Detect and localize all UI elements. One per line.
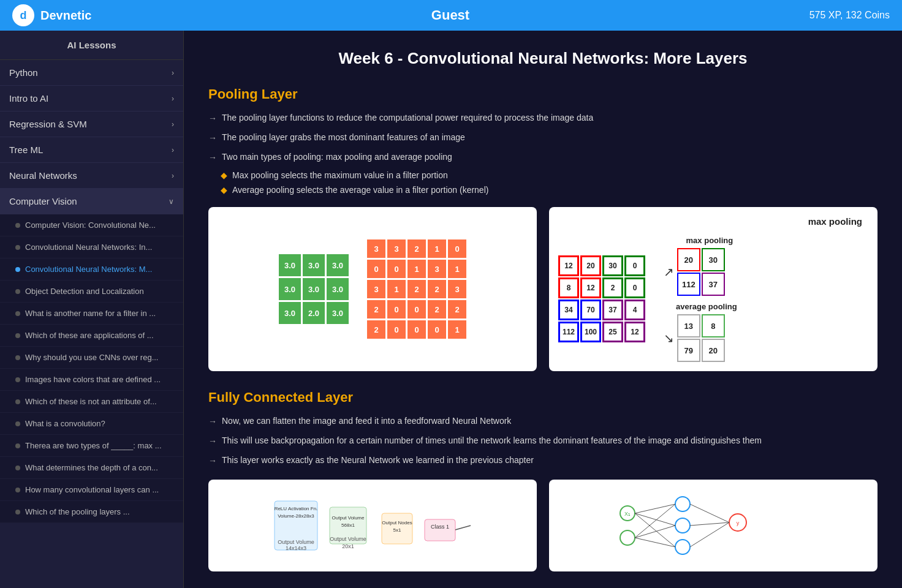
- avg-pool-result: 13 8 79 20: [677, 314, 725, 362]
- sidebar-item-intro[interactable]: Intro to AI ›: [0, 86, 183, 111]
- matrix-cell: 0: [624, 277, 645, 298]
- sidebar-subitem-cv7[interactable]: Why should you use CNNs over reg...: [0, 347, 183, 369]
- pooling-visual: 12 20 30 0 8 12 2 0 34 70 37 4 1: [558, 236, 868, 362]
- content-area: Week 6 - Convolutional Neural Networks: …: [184, 31, 902, 588]
- matrix-cell: 12: [558, 255, 579, 276]
- sidebar-subitem-cv10[interactable]: What is a convolution?: [0, 413, 183, 435]
- grid-cell: 3.0: [303, 254, 325, 276]
- fc-bullet-2: → This will use backpropagation for a ce…: [208, 434, 877, 448]
- pooling-bullet-3: → Two main types of pooling: max pooling…: [208, 151, 877, 164]
- svg-point-20: [675, 518, 690, 533]
- sidebar-subitem-cv8[interactable]: Images have colors that are defined ...: [0, 369, 183, 391]
- result-cell: 20: [677, 248, 700, 271]
- grid-cell: 3: [428, 260, 446, 278]
- main-layout: AI Lessons Python › Intro to AI › Regres…: [0, 31, 902, 588]
- dot-icon: [15, 377, 20, 382]
- grid-cell: 2: [428, 300, 446, 318]
- result-cell: 37: [702, 273, 725, 296]
- chevron-right-icon: ›: [172, 172, 174, 180]
- sidebar-cv-subitems: Computer Vision: Convolutional Ne... Con…: [0, 214, 183, 523]
- right-diagram: max pooling 12 20 30 0 8 12 2 0: [549, 207, 877, 371]
- chevron-right-icon: ›: [172, 69, 174, 77]
- svg-line-28: [635, 526, 675, 538]
- svg-point-18: [620, 530, 635, 545]
- grid-cell: 2: [367, 320, 385, 339]
- matrix-cell: 34: [558, 300, 579, 320]
- max-pooling-label: max pooling: [808, 216, 862, 227]
- grid-cell: 3.0: [279, 254, 301, 276]
- arrow-icon: ↘: [664, 331, 674, 345]
- grid-cell: 0: [448, 239, 466, 258]
- logo-icon: d: [12, 4, 34, 26]
- grid-cell: 3: [367, 239, 385, 258]
- grid-cell: 2: [448, 300, 466, 318]
- grid-cell: 2.0: [303, 302, 325, 324]
- matrix-cell: 100: [580, 322, 601, 342]
- dot-icon: [15, 466, 20, 470]
- dot-icon: [15, 289, 20, 294]
- max-label: max pooling: [686, 236, 733, 245]
- logo[interactable]: d Devnetic: [12, 4, 91, 26]
- neural-network-svg: X₁ y: [609, 489, 817, 562]
- matrix-cell: 37: [602, 300, 623, 320]
- svg-line-32: [690, 522, 729, 547]
- chevron-right-icon: ›: [172, 146, 174, 154]
- grid-cell: 0: [387, 320, 406, 339]
- sidebar-item-cv[interactable]: Computer Vision ∨: [0, 189, 183, 214]
- sidebar-item-regression[interactable]: Regression & SVM ›: [0, 111, 183, 137]
- sidebar-subitem-cv6[interactable]: Which of these are applications of ...: [0, 325, 183, 347]
- svg-text:20x1: 20x1: [342, 543, 354, 549]
- sidebar-subitem-cv14[interactable]: Which of the pooling layers ...: [0, 501, 183, 523]
- grid-cell: 1: [407, 260, 426, 278]
- pool-matrix: 12 20 30 0 8 12 2 0 34 70 37 4 1: [558, 255, 645, 342]
- svg-text:Output Nodes: Output Nodes: [382, 520, 412, 526]
- svg-line-31: [690, 522, 729, 526]
- matrix-cell: 30: [602, 255, 623, 276]
- sidebar-subitem-cv1[interactable]: Computer Vision: Convolutional Ne...: [0, 214, 183, 236]
- grid-cell: 2: [428, 280, 446, 298]
- sidebar-header: AI Lessons: [0, 31, 183, 60]
- cnn-architecture-svg: ReLU Activation Fn. Volume-28x28x3 Outpu…: [268, 489, 477, 562]
- dot-icon: [15, 267, 20, 272]
- fc-bullet-1: → Now, we can flatten the image and feed…: [208, 415, 877, 428]
- result-cell: 13: [677, 314, 700, 337]
- svg-line-26: [635, 513, 675, 547]
- sidebar-item-neural[interactable]: Neural Networks ›: [0, 163, 183, 189]
- grid-cell: 3: [448, 280, 466, 298]
- result-cell: 79: [677, 339, 700, 362]
- grid-cell: 3.0: [327, 302, 349, 324]
- page-title: Week 6 - Convolutional Neural Networks: …: [208, 49, 877, 68]
- result-cell: 112: [677, 273, 700, 296]
- sidebar-subitem-cv13[interactable]: How many convolutional layers can ...: [0, 479, 183, 501]
- pooling-sub-bullet-2: ◆ Average pooling selects the average va…: [221, 185, 877, 195]
- svg-line-15: [455, 526, 471, 530]
- max-arrow-result: ↗ 20 30 112 37: [664, 248, 725, 296]
- sidebar-subitem-cv3[interactable]: Convolutional Neural Networks: M...: [0, 258, 183, 281]
- diamond-icon: ◆: [221, 185, 227, 195]
- grid-cell: 3: [387, 239, 406, 258]
- sidebar-subitem-cv9[interactable]: Which of these is not an attribute of...: [0, 391, 183, 413]
- dot-icon: [15, 333, 20, 338]
- dot-icon: [15, 245, 20, 250]
- svg-line-25: [635, 513, 675, 526]
- sidebar-subitem-cv2[interactable]: Convolutional Neural Networks: In...: [0, 236, 183, 258]
- pooling-bullet-1: → The pooling layer functions to reduce …: [208, 111, 877, 125]
- matrix-cell: 2: [602, 277, 623, 298]
- sidebar-subitem-cv11[interactable]: Therea are two types of _____: max ...: [0, 435, 183, 457]
- arrow-icon: →: [208, 415, 217, 428]
- bottom-diagram-right: X₁ y: [549, 480, 877, 571]
- grid-cell: 3.0: [303, 278, 325, 300]
- svg-line-29: [635, 538, 675, 547]
- sidebar-subitem-cv4[interactable]: Object Detection and Localization: [0, 281, 183, 303]
- pooling-bullet-2: → The pooling layer grabs the most domin…: [208, 131, 877, 145]
- svg-text:14x14x3: 14x14x3: [286, 545, 306, 551]
- sidebar-subitem-cv5[interactable]: What is another name for a filter in ...: [0, 303, 183, 325]
- sidebar-subitem-cv12[interactable]: What determines the depth of a con...: [0, 457, 183, 479]
- app-name: Devnetic: [40, 9, 91, 23]
- grid-cell: 0: [387, 260, 406, 278]
- chevron-down-icon: ∨: [169, 197, 174, 206]
- bottom-diagrams: ReLU Activation Fn. Volume-28x28x3 Outpu…: [208, 480, 877, 571]
- matrix-cell: 12: [624, 322, 645, 342]
- sidebar-item-python[interactable]: Python ›: [0, 60, 183, 86]
- sidebar-item-tree[interactable]: Tree ML ›: [0, 137, 183, 163]
